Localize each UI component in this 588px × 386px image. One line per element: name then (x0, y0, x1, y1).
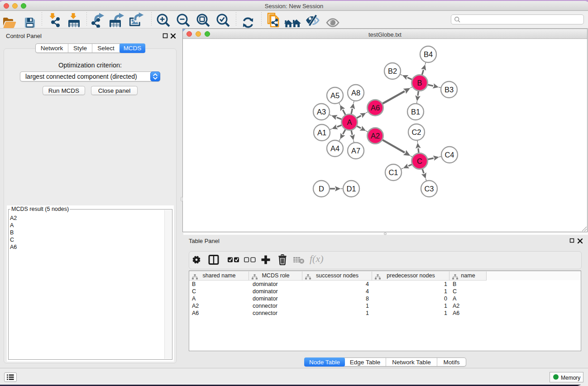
svg-text:B: B (417, 79, 422, 87)
svg-text:A8: A8 (351, 89, 360, 97)
svg-text:A6: A6 (371, 104, 380, 112)
svg-text:C3: C3 (424, 185, 434, 193)
svg-text:A5: A5 (330, 91, 339, 100)
svg-text:A4: A4 (330, 144, 339, 152)
svg-text:C1: C1 (388, 168, 398, 176)
svg-text:C: C (417, 157, 422, 165)
svg-text:D1: D1 (346, 185, 356, 193)
svg-text:C4: C4 (445, 151, 454, 159)
svg-text:B2: B2 (388, 67, 397, 75)
svg-text:A: A (347, 118, 352, 126)
svg-text:C2: C2 (411, 128, 421, 136)
svg-text:A3: A3 (317, 108, 326, 116)
svg-text:A1: A1 (317, 129, 326, 137)
svg-text:B4: B4 (424, 50, 433, 58)
svg-text:A7: A7 (351, 147, 360, 155)
svg-text:B1: B1 (411, 108, 420, 116)
svg-text:B3: B3 (445, 86, 454, 94)
svg-text:D: D (319, 185, 324, 193)
svg-text:A2: A2 (371, 132, 380, 140)
